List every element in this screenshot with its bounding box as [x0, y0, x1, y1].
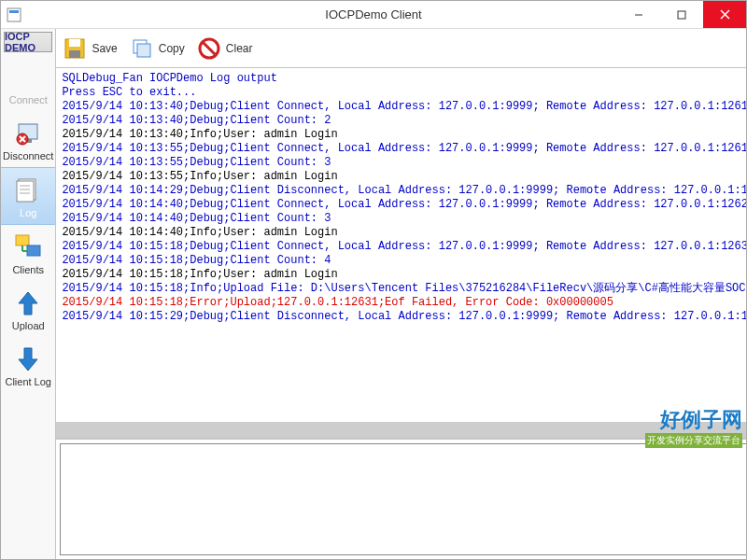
- svg-rect-3: [678, 11, 685, 19]
- scrollbar-horizontal[interactable]: [56, 422, 747, 438]
- disconnect-icon: [13, 119, 43, 148]
- log-line: 2015/9/14 10:15:18;Error;Upload;127.0.0.…: [62, 296, 747, 310]
- sidebar: IOCP DEMO Connect Disconnect Log Clients…: [1, 29, 56, 559]
- save-label: Save: [92, 42, 117, 55]
- client-log-icon: [13, 344, 43, 374]
- connect-icon: [13, 63, 43, 92]
- log-area[interactable]: SQLDebug_Fan IOCPDemo Log outputPress ES…: [56, 68, 747, 439]
- sidebar-item-disconnect[interactable]: Disconnect: [1, 111, 55, 167]
- copy-label: Copy: [159, 42, 185, 55]
- log-line: 2015/9/14 10:14:29;Debug;Client Disconne…: [62, 184, 747, 198]
- log-line: 2015/9/14 10:13:55;Info;User: admin Logi…: [62, 170, 747, 184]
- log-line: 2015/9/14 10:14:40;Debug;Client Connect,…: [62, 198, 747, 212]
- sidebar-item-label: Clients: [12, 264, 44, 275]
- svg-rect-1: [9, 10, 19, 13]
- clear-label: Clear: [226, 42, 253, 55]
- log-icon: [13, 175, 43, 205]
- maximize-button[interactable]: [660, 1, 703, 28]
- svg-rect-17: [27, 245, 40, 256]
- log-line: 2015/9/14 10:15:18;Debug;Client Count: 4: [62, 254, 747, 268]
- sidebar-item-label: Log: [20, 207, 36, 218]
- sidebar-item-connect[interactable]: Connect: [1, 55, 55, 111]
- minimize-button[interactable]: [617, 1, 660, 28]
- copy-button[interactable]: Copy: [131, 37, 185, 60]
- close-button[interactable]: [703, 1, 746, 28]
- clear-button[interactable]: Clear: [198, 37, 253, 60]
- sidebar-header: IOCP DEMO: [4, 32, 52, 52]
- log-line: 2015/9/14 10:13:55;Debug;Client Count: 3: [62, 156, 747, 170]
- sidebar-item-label: Client Log: [5, 376, 51, 387]
- sidebar-item-clients[interactable]: Clients: [1, 225, 55, 281]
- svg-rect-16: [16, 235, 29, 245]
- save-button[interactable]: Save: [63, 37, 117, 60]
- sidebar-item-label: Disconnect: [3, 150, 53, 161]
- log-line: 2015/9/14 10:15:18;Info;User: admin Logi…: [62, 268, 747, 282]
- clients-icon: [13, 232, 43, 262]
- titlebar: IOCPDemo Client: [1, 1, 746, 29]
- sidebar-item-upload[interactable]: Upload: [1, 281, 55, 337]
- svg-rect-22: [69, 50, 80, 58]
- log-line: 2015/9/14 10:13:40;Debug;Client Connect,…: [62, 100, 747, 114]
- log-line: 2015/9/14 10:13:40;Info;User: admin Logi…: [62, 128, 747, 142]
- toolbar: Save Copy Clear: [56, 29, 747, 68]
- bottom-panel: [56, 439, 747, 559]
- window-title: IOCPDemo Client: [325, 7, 421, 21]
- clear-icon: [198, 37, 220, 60]
- log-line: 2015/9/14 10:13:55;Debug;Client Connect,…: [62, 142, 747, 156]
- log-line: Press ESC to exit...: [62, 86, 747, 100]
- log-line: 2015/9/14 10:15:18;Debug;Client Connect,…: [62, 240, 747, 254]
- save-icon: [63, 37, 86, 60]
- log-line: 2015/9/14 10:15:18;Info;Upload File: D:\…: [62, 282, 747, 296]
- copy-icon: [131, 37, 153, 60]
- svg-rect-21: [69, 39, 80, 47]
- log-line: 2015/9/14 10:14:40;Info;User: admin Logi…: [62, 226, 747, 240]
- sidebar-item-client-log[interactable]: Client Log: [1, 337, 55, 393]
- sidebar-item-label: Connect: [9, 94, 48, 105]
- log-line: 2015/9/14 10:15:29;Debug;Client Disconne…: [62, 310, 747, 324]
- app-icon: [7, 7, 21, 22]
- upload-icon: [13, 288, 43, 318]
- bottom-text-area[interactable]: [60, 443, 747, 555]
- log-line: 2015/9/14 10:13:40;Debug;Client Count: 2: [62, 114, 747, 128]
- svg-rect-24: [137, 44, 150, 57]
- log-line: SQLDebug_Fan IOCPDemo Log output: [62, 72, 747, 86]
- svg-rect-12: [17, 181, 34, 202]
- sidebar-item-label: Upload: [12, 320, 45, 331]
- sidebar-item-log[interactable]: Log: [1, 167, 55, 225]
- log-line: 2015/9/14 10:14:40;Debug;Client Count: 3: [62, 212, 747, 226]
